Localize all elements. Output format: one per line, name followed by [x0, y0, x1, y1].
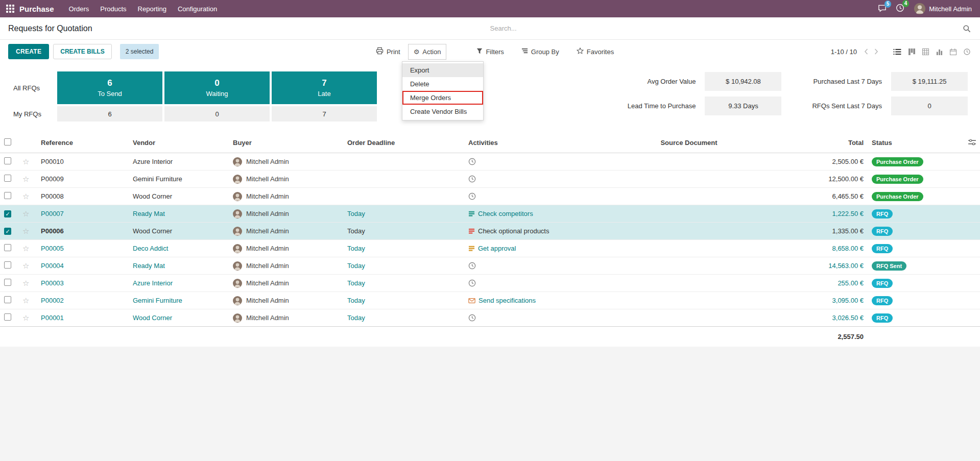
header-deadline[interactable]: Order Deadline: [343, 133, 464, 153]
print-button[interactable]: Print: [370, 43, 406, 60]
apps-grid-icon[interactable]: [6, 5, 14, 13]
favorite-star-icon[interactable]: ☆: [22, 175, 29, 183]
optional-columns-icon[interactable]: [968, 139, 976, 147]
activities-button[interactable]: 4: [891, 1, 909, 16]
view-switch-list-icon[interactable]: [890, 45, 905, 58]
breadcrumb-bar: Requests for Quotation: [0, 17, 980, 40]
status-badge: Purchase Order: [872, 157, 923, 166]
row-checkbox[interactable]: [4, 244, 11, 251]
rfq-tile-late[interactable]: 7Late: [272, 71, 377, 104]
favorite-star-icon[interactable]: ☆: [22, 261, 29, 270]
action-menu-item-create-vendor-bills[interactable]: Create Vendor Bills: [402, 105, 483, 118]
favorite-star-icon[interactable]: ☆: [22, 157, 29, 166]
table-row-p00003[interactable]: ☆P00003Azure InteriorMitchell AdminToday…: [0, 275, 980, 292]
table-row-p00007[interactable]: ✓☆P00007Ready MatMitchell AdminTodayChec…: [0, 205, 980, 223]
select-all-checkbox[interactable]: [4, 138, 11, 145]
view-switch-kanban-icon[interactable]: [905, 45, 919, 58]
action-menu-item-merge-orders[interactable]: Merge Orders: [402, 91, 483, 105]
user-menu[interactable]: Mitchell Admin: [909, 3, 975, 14]
buyer-avatar: [233, 157, 242, 166]
activity-cell[interactable]: [464, 275, 582, 292]
row-checkbox[interactable]: ✓: [4, 210, 11, 217]
favorite-star-icon[interactable]: ☆: [22, 313, 29, 322]
status-cell: RFQ Sent: [868, 257, 949, 275]
header-vendor[interactable]: Vendor: [129, 133, 229, 153]
row-checkbox[interactable]: ✓: [4, 228, 11, 235]
page-title: Requests for Quotation: [0, 24, 92, 33]
table-row-p00001[interactable]: ☆P00001Wood CornerMitchell AdminToday3,0…: [0, 309, 980, 327]
favorite-star-icon[interactable]: ☆: [22, 209, 29, 218]
create-bills-button[interactable]: CREATE BILLS: [53, 44, 111, 59]
header-buyer[interactable]: Buyer: [229, 133, 343, 153]
my-rfq-tile-to-send[interactable]: 6: [57, 106, 162, 122]
activity-cell[interactable]: Send specifications: [464, 292, 582, 309]
reference-cell: P00010: [37, 153, 129, 171]
activity-cell[interactable]: [464, 153, 582, 171]
pager-previous-icon[interactable]: [861, 47, 871, 56]
search-icon[interactable]: [961, 22, 973, 35]
app-name[interactable]: Purchase: [19, 5, 54, 13]
header-reference[interactable]: Reference: [37, 133, 129, 153]
view-switch-pivot-icon[interactable]: [919, 45, 933, 58]
activity-cell[interactable]: [464, 171, 582, 188]
create-button[interactable]: CREATE: [8, 44, 49, 59]
messages-button[interactable]: 5: [873, 2, 891, 16]
rfq-tile-to-send[interactable]: 6To Send: [57, 71, 162, 104]
action-menu-item-export[interactable]: Export: [402, 63, 483, 77]
activity-cell[interactable]: [464, 188, 582, 205]
activity-cell[interactable]: [464, 257, 582, 275]
row-checkbox[interactable]: [4, 261, 11, 269]
header-status[interactable]: Status: [868, 133, 949, 153]
activity-cell[interactable]: Check competitors: [464, 205, 582, 223]
nav-menu-reporting[interactable]: Reporting: [132, 1, 172, 17]
buyer-cell: Mitchell Admin: [229, 205, 343, 223]
table-row-p00008[interactable]: ☆P00008Wood CornerMitchell Admin6,465.50…: [0, 188, 980, 205]
my-rfq-tile-waiting[interactable]: 0: [164, 106, 270, 122]
header-activities[interactable]: Activities: [464, 133, 582, 153]
row-checkbox[interactable]: [4, 313, 11, 321]
search-options-group: Filters Group By Favorites: [471, 43, 619, 60]
favorite-star-icon[interactable]: ☆: [22, 296, 29, 305]
nav-menu-products[interactable]: Products: [94, 1, 132, 17]
table-row-p00009[interactable]: ☆P00009Gemini FurnitureMitchell Admin12,…: [0, 171, 980, 188]
table-row-p00002[interactable]: ☆P00002Gemini FurnitureMitchell AdminTod…: [0, 292, 980, 309]
pager-next-icon[interactable]: [871, 47, 881, 56]
control-bar: CREATE CREATE BILLS 2 selected Print ⚙ A…: [0, 40, 980, 63]
header-total[interactable]: Total: [796, 133, 868, 153]
rfq-tile-waiting[interactable]: 0Waiting: [164, 71, 270, 104]
row-checkbox[interactable]: [4, 296, 11, 303]
table-row-p00004[interactable]: ☆P00004Ready MatMitchell AdminToday14,56…: [0, 257, 980, 275]
activity-label: Check optional products: [478, 227, 549, 235]
nav-menu-orders[interactable]: Orders: [63, 1, 95, 17]
row-checkbox[interactable]: [4, 192, 11, 199]
group-by-button[interactable]: Group By: [516, 43, 565, 60]
view-switch-clock-icon[interactable]: [960, 45, 974, 58]
row-checkbox[interactable]: [4, 175, 11, 182]
header-source[interactable]: Source Document: [582, 133, 796, 153]
source-document-cell: [582, 257, 796, 275]
pager-range[interactable]: 1-10 / 10: [831, 48, 857, 56]
view-switch-graph-icon[interactable]: [933, 45, 946, 58]
action-menu-item-delete[interactable]: Delete: [402, 77, 483, 91]
filters-button[interactable]: Filters: [471, 44, 509, 60]
my-rfq-tile-late[interactable]: 7: [272, 106, 377, 122]
favorites-button[interactable]: Favorites: [571, 43, 619, 60]
search-input[interactable]: [490, 25, 961, 32]
favorite-star-icon[interactable]: ☆: [22, 227, 29, 235]
view-switch-calendar-icon[interactable]: [946, 45, 960, 58]
activity-cell[interactable]: Check optional products: [464, 223, 582, 240]
activity-cell[interactable]: Get approval: [464, 240, 582, 257]
action-button[interactable]: ⚙ Action: [408, 44, 447, 60]
gear-icon: ⚙: [414, 48, 420, 55]
table-row-p00010[interactable]: ☆P00010Azure InteriorMitchell Admin2,505…: [0, 153, 980, 171]
nav-menu-configuration[interactable]: Configuration: [172, 1, 223, 17]
row-checkbox[interactable]: [4, 157, 11, 164]
favorite-star-icon[interactable]: ☆: [22, 192, 29, 201]
favorite-star-icon[interactable]: ☆: [22, 279, 29, 287]
table-row-p00005[interactable]: ☆P00005Deco AddictMitchell AdminTodayGet…: [0, 240, 980, 257]
row-checkbox[interactable]: [4, 279, 11, 286]
nav-menus: OrdersProductsReportingConfiguration: [63, 1, 223, 17]
activity-cell[interactable]: [464, 309, 582, 327]
favorite-star-icon[interactable]: ☆: [22, 244, 29, 253]
table-row-p00006[interactable]: ✓☆P00006Wood CornerMitchell AdminTodayCh…: [0, 223, 980, 240]
